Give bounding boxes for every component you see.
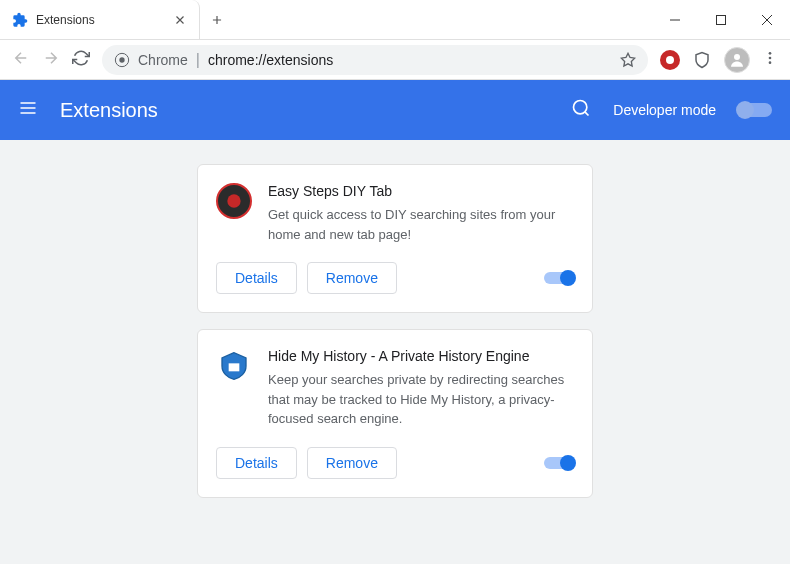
extension-icon <box>216 183 252 219</box>
hamburger-icon <box>18 98 38 118</box>
svg-point-4 <box>734 54 740 60</box>
extension-card: Hide My History - A Private History Engi… <box>197 329 593 498</box>
extension-description: Keep your searches private by redirectin… <box>268 370 574 429</box>
bookmark-icon[interactable] <box>620 52 636 68</box>
svg-point-5 <box>769 52 772 55</box>
enable-toggle[interactable] <box>544 272 574 284</box>
page-title: Extensions <box>60 99 549 122</box>
chrome-icon <box>114 52 130 68</box>
enable-toggle[interactable] <box>544 457 574 469</box>
svg-point-8 <box>574 101 587 114</box>
details-button[interactable]: Details <box>216 262 297 294</box>
extensions-header: Extensions Developer mode <box>0 80 790 140</box>
puzzle-icon <box>12 12 28 28</box>
close-icon[interactable] <box>173 13 187 27</box>
extension-icon-1[interactable] <box>660 50 680 70</box>
extension-icon-2[interactable] <box>692 50 712 70</box>
search-button[interactable] <box>571 98 591 122</box>
extension-card: Easy Steps DIY Tab Get quick access to D… <box>197 164 593 313</box>
extension-description: Get quick access to DIY searching sites … <box>268 205 574 244</box>
window-titlebar: Extensions <box>0 0 790 40</box>
profile-button[interactable] <box>724 47 750 73</box>
forward-button[interactable] <box>42 49 60 71</box>
url-scheme: Chrome <box>138 52 188 68</box>
url-path: chrome://extensions <box>208 52 333 68</box>
user-icon <box>728 51 746 69</box>
back-button[interactable] <box>12 49 30 71</box>
shield-icon <box>218 350 250 382</box>
badge-icon <box>664 54 676 66</box>
minimize-icon <box>669 14 681 26</box>
extension-icon <box>216 348 252 384</box>
arrow-left-icon <box>12 49 30 67</box>
dev-mode-toggle[interactable] <box>738 103 772 117</box>
tab-title: Extensions <box>36 13 165 27</box>
extension-title: Hide My History - A Private History Engi… <box>268 348 574 364</box>
menu-button[interactable] <box>762 50 778 70</box>
svg-point-2 <box>119 57 124 62</box>
browser-tab[interactable]: Extensions <box>0 0 200 39</box>
window-controls <box>652 0 790 39</box>
reload-icon <box>72 49 90 67</box>
reload-button[interactable] <box>72 49 90 71</box>
svg-point-3 <box>666 56 674 64</box>
details-button[interactable]: Details <box>216 447 297 479</box>
menu-toggle[interactable] <box>18 98 38 122</box>
minimize-button[interactable] <box>652 0 698 39</box>
dev-mode-label: Developer mode <box>613 102 716 118</box>
extensions-list: Easy Steps DIY Tab Get quick access to D… <box>0 140 790 564</box>
maximize-icon <box>715 14 727 26</box>
svg-point-6 <box>769 56 772 59</box>
address-bar: Chrome | chrome://extensions <box>0 40 790 80</box>
extension-title: Easy Steps DIY Tab <box>268 183 574 199</box>
new-tab-button[interactable] <box>200 0 234 39</box>
remove-button[interactable]: Remove <box>307 447 397 479</box>
arrow-right-icon <box>42 49 60 67</box>
more-vertical-icon <box>762 50 778 66</box>
svg-point-9 <box>227 194 240 207</box>
svg-rect-0 <box>717 15 726 24</box>
maximize-button[interactable] <box>698 0 744 39</box>
svg-point-7 <box>769 61 772 64</box>
remove-button[interactable]: Remove <box>307 262 397 294</box>
url-divider: | <box>196 51 200 69</box>
omnibox[interactable]: Chrome | chrome://extensions <box>102 45 648 75</box>
close-icon <box>761 14 773 26</box>
search-icon <box>571 98 591 118</box>
shield-icon <box>693 51 711 69</box>
diy-icon <box>224 191 244 211</box>
plus-icon <box>210 13 224 27</box>
close-window-button[interactable] <box>744 0 790 39</box>
